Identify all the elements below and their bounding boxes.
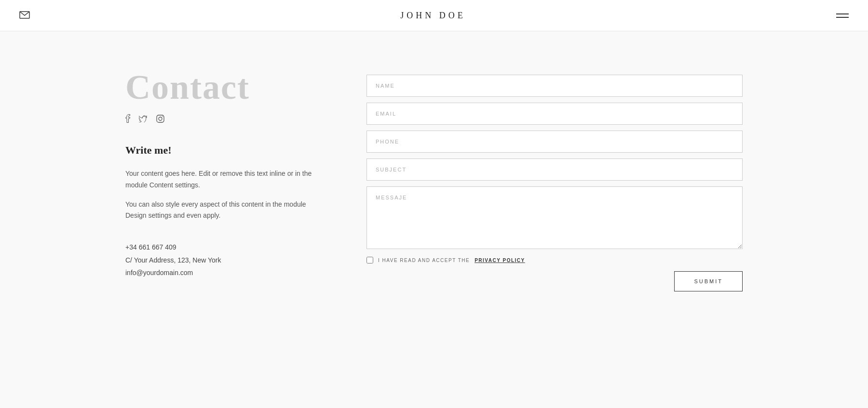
contact-form: I HAVE READ AND ACCEPT THE PRIVACY POLIC…	[366, 70, 743, 291]
write-me-heading: Write me!	[125, 144, 328, 157]
submit-row: SUBMIT	[366, 271, 743, 291]
contact-info: +34 661 667 409 C/ Your Address, 123, Ne…	[125, 241, 328, 279]
facebook-icon[interactable]	[125, 114, 130, 125]
hamburger-menu-icon[interactable]	[836, 13, 849, 18]
site-header: JOHN DOE	[0, 0, 868, 31]
page-title: Contact	[125, 70, 328, 105]
submit-button[interactable]: SUBMIT	[674, 271, 743, 291]
site-logo: JOHN DOE	[400, 11, 466, 21]
privacy-policy-link[interactable]: PRIVACY POLICY	[475, 258, 525, 263]
address: C/ Your Address, 123, New York	[125, 254, 328, 267]
email-input[interactable]	[366, 103, 743, 125]
privacy-label: I HAVE READ AND ACCEPT THE	[378, 258, 470, 263]
svg-point-3	[162, 116, 163, 117]
svg-rect-1	[157, 115, 164, 122]
description-text-1: Your content goes here. Edit or remove t…	[125, 168, 328, 191]
main-content: Contact Write me! Your conte	[96, 31, 772, 330]
email-address: info@yourdomain.com	[125, 266, 328, 279]
twitter-icon[interactable]	[139, 115, 148, 124]
menu-line-2	[836, 17, 849, 18]
privacy-checkbox[interactable]	[366, 257, 373, 263]
mail-icon[interactable]	[19, 10, 30, 21]
instagram-icon[interactable]	[156, 115, 164, 125]
svg-point-2	[159, 117, 162, 120]
subject-input[interactable]	[366, 158, 743, 181]
social-icons-row	[125, 114, 328, 125]
name-input[interactable]	[366, 75, 743, 97]
message-textarea[interactable]	[366, 186, 743, 249]
phone-number: +34 661 667 409	[125, 241, 328, 254]
description-text-2: You can also style every aspect of this …	[125, 199, 328, 222]
phone-input[interactable]	[366, 131, 743, 153]
menu-line-1	[836, 13, 849, 14]
left-column: Contact Write me! Your conte	[125, 70, 328, 291]
privacy-row: I HAVE READ AND ACCEPT THE PRIVACY POLIC…	[366, 257, 743, 263]
